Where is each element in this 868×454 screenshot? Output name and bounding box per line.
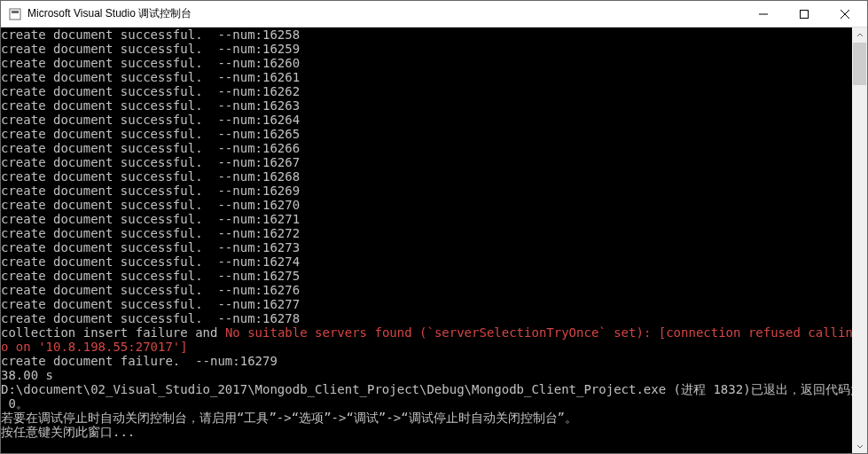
window-title: Microsoft Visual Studio 调试控制台 xyxy=(27,6,743,21)
console-area: create document successful. --num:16258c… xyxy=(1,27,867,453)
console-line: create document successful. --num:16271 xyxy=(1,212,852,226)
console-line: D:\document\02_Visual_Studio_2017\Mongod… xyxy=(1,382,852,396)
scrollbar-thumb[interactable] xyxy=(853,43,866,85)
console-line: 38.00 s xyxy=(1,368,852,382)
minimize-button[interactable] xyxy=(743,1,784,27)
console-line: create document successful. --num:16277 xyxy=(1,297,852,311)
console-line: create document failure. --num:16279 xyxy=(1,354,852,368)
window-controls xyxy=(743,1,865,27)
console-line: create document successful. --num:16258 xyxy=(1,27,852,42)
console-line: create document successful. --num:16269 xyxy=(1,184,852,198)
console-line: 若要在调试停止时自动关闭控制台，请启用“工具”->“选项”->“调试”->“调试… xyxy=(1,411,852,425)
console-line: create document successful. --num:16275 xyxy=(1,269,852,283)
scrollbar-track[interactable] xyxy=(852,43,867,438)
console-line: create document successful. --num:16261 xyxy=(1,70,852,84)
console-line: create document successful. --num:16263 xyxy=(1,98,852,113)
title-bar: Microsoft Visual Studio 调试控制台 xyxy=(1,1,867,27)
console-line: create document successful. --num:16267 xyxy=(1,155,852,169)
vertical-scrollbar[interactable] xyxy=(852,27,867,453)
console-error-line: collection insert failure and No suitabl… xyxy=(1,325,852,340)
console-line: create document successful. --num:16278 xyxy=(1,311,852,325)
console-line: create document successful. --num:16264 xyxy=(1,113,852,127)
svg-rect-0 xyxy=(10,9,20,20)
svg-rect-1 xyxy=(12,11,19,13)
console-line: create document successful. --num:16266 xyxy=(1,141,852,155)
console-line: 按任意键关闭此窗口... xyxy=(1,425,852,439)
console-line: create document successful. --num:16276 xyxy=(1,283,852,297)
console-line: create document successful. --num:16270 xyxy=(1,198,852,212)
app-icon xyxy=(8,7,22,21)
console-line: create document successful. --num:16265 xyxy=(1,127,852,141)
maximize-button[interactable] xyxy=(784,1,825,27)
console-line: create document successful. --num:16273 xyxy=(1,240,852,254)
console-line: create document successful. --num:16262 xyxy=(1,84,852,98)
close-button[interactable] xyxy=(825,1,865,27)
scroll-up-button[interactable] xyxy=(852,27,867,43)
scroll-down-button[interactable] xyxy=(852,438,867,453)
console-line: create document successful. --num:16260 xyxy=(1,56,852,70)
svg-rect-3 xyxy=(801,10,809,18)
console-line: create document successful. --num:16268 xyxy=(1,169,852,184)
console-error-line: o on '10.8.198.55:27017'] xyxy=(1,340,852,354)
console-line: create document successful. --num:16274 xyxy=(1,254,852,269)
console-line: 0。 xyxy=(1,396,852,411)
console-line: create document successful. --num:16259 xyxy=(1,42,852,56)
console-line: create document successful. --num:16272 xyxy=(1,226,852,240)
console-output[interactable]: create document successful. --num:16258c… xyxy=(1,27,852,453)
